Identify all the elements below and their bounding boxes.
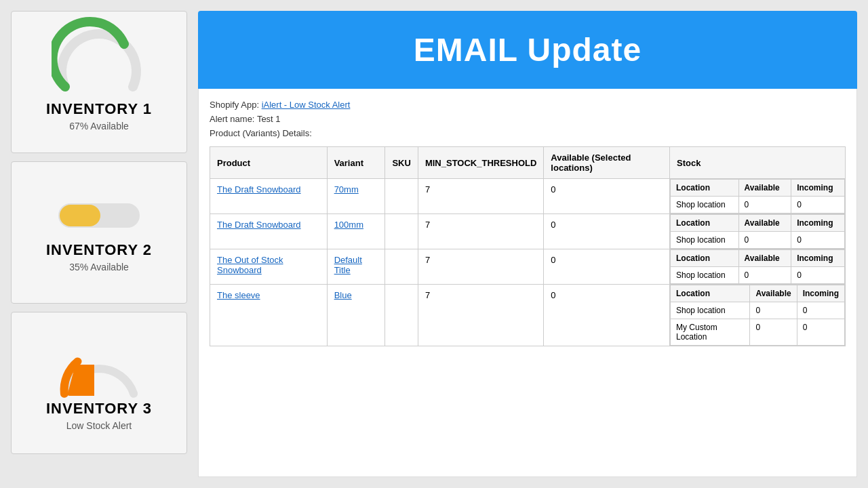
sku-cell xyxy=(385,285,418,346)
sub-col-location: Location xyxy=(670,180,738,197)
inventory-2-toggle[interactable] xyxy=(58,203,140,228)
stock-row: Shop location 0 0 xyxy=(670,232,844,249)
threshold-cell: 7 xyxy=(418,285,543,346)
alert-name-label: Alert name: xyxy=(210,114,254,124)
col-sku: SKU xyxy=(385,147,418,179)
sub-table: Location Available Incoming Shop locatio… xyxy=(670,179,845,214)
stock-incoming: 0 xyxy=(797,319,844,346)
sku-cell xyxy=(385,179,418,214)
table-row: The Draft Snowboard 70mm 7 0 Location Av… xyxy=(210,179,846,214)
shopify-app-label: Shopify App: xyxy=(210,100,259,110)
stock-location: Shop location xyxy=(670,232,738,249)
sku-cell xyxy=(385,249,418,285)
product-cell: The Draft Snowboard xyxy=(210,214,328,249)
stock-available: 0 xyxy=(750,302,797,319)
available-cell: 0 xyxy=(544,249,670,285)
sub-col-incoming: Incoming xyxy=(797,285,844,302)
sub-table: Location Available Incoming Shop locatio… xyxy=(670,214,845,249)
table-row: The Out of Stock Snowboard Default Title… xyxy=(210,249,846,285)
threshold-cell: 7 xyxy=(418,179,543,214)
inventory-2-card: INVENTORY 2 35% Available xyxy=(11,161,187,304)
col-stock: Stock xyxy=(669,147,845,179)
stock-location: Shop location xyxy=(670,267,738,284)
inventory-1-subtitle: 67% Available xyxy=(69,121,129,131)
products-table: Product Variant SKU MIN_STOCK_THRESHOLD … xyxy=(210,146,846,346)
product-cell: The sleeve xyxy=(210,285,328,346)
variant-link[interactable]: Blue xyxy=(334,290,352,300)
variant-cell: Blue xyxy=(327,285,385,346)
product-cell: The Out of Stock Snowboard xyxy=(210,249,328,285)
stock-available: 0 xyxy=(738,197,791,214)
stock-location: My Custom Location xyxy=(670,319,749,346)
stock-available: 0 xyxy=(738,232,791,249)
sku-cell xyxy=(385,214,418,249)
inventory-2-title: INVENTORY 2 xyxy=(46,241,152,259)
stock-location: Shop location xyxy=(670,197,738,214)
product-link[interactable]: The Out of Stock Snowboard xyxy=(217,255,283,275)
toggle-knob xyxy=(60,205,100,226)
stock-available: 0 xyxy=(738,267,791,284)
col-product: Product xyxy=(210,147,328,179)
email-header: EMAIL Update xyxy=(198,11,857,89)
table-row: The sleeve Blue 7 0 Location Available I… xyxy=(210,285,846,346)
sub-col-location: Location xyxy=(670,215,738,232)
sub-col-incoming: Incoming xyxy=(791,250,845,267)
available-cell: 0 xyxy=(544,214,670,249)
inventory-1-gauge xyxy=(52,33,146,87)
stock-available: 0 xyxy=(750,319,797,346)
product-link[interactable]: The Draft Snowboard xyxy=(217,220,301,230)
variant-cell: Default Title xyxy=(327,249,385,285)
sub-col-location: Location xyxy=(670,250,738,267)
stock-row: Shop location 0 0 xyxy=(670,267,844,284)
stock-incoming: 0 xyxy=(791,197,845,214)
stock-row: My Custom Location 0 0 xyxy=(670,319,844,346)
variant-cell: 70mm xyxy=(327,179,385,214)
threshold-cell: 7 xyxy=(418,249,543,285)
sub-col-available: Available xyxy=(738,250,791,267)
product-details-label: Product (Variants) Details: xyxy=(210,128,846,138)
inventory-3-subtitle: Low Stock Alert xyxy=(66,420,132,431)
available-cell: 0 xyxy=(544,285,670,346)
inventory-1-card: INVENTORY 1 67% Available xyxy=(11,11,187,153)
sub-col-incoming: Incoming xyxy=(791,215,845,232)
shopify-app-link[interactable]: iAlert - Low Stock Alert xyxy=(262,100,351,110)
sub-col-available: Available xyxy=(738,215,791,232)
inventory-3-card: INVENTORY 3 Low Stock Alert xyxy=(11,312,187,454)
stock-cell: Location Available Incoming Shop locatio… xyxy=(669,249,845,285)
alert-name-line: Alert name: Test 1 xyxy=(210,114,846,124)
product-cell: The Draft Snowboard xyxy=(210,179,328,214)
sub-col-available: Available xyxy=(738,180,791,197)
col-variant: Variant xyxy=(327,147,385,179)
table-row: The Draft Snowboard 100mm 7 0 Location A… xyxy=(210,214,846,249)
stock-cell: Location Available Incoming Shop locatio… xyxy=(669,179,845,214)
left-panel: INVENTORY 1 67% Available INVENTORY 2 35… xyxy=(11,11,187,477)
sub-table: Location Available Incoming Shop locatio… xyxy=(670,249,845,284)
col-threshold: MIN_STOCK_THRESHOLD xyxy=(418,147,543,179)
stock-incoming: 0 xyxy=(791,267,845,284)
stock-cell: Location Available Incoming Shop locatio… xyxy=(669,214,845,249)
product-link[interactable]: The sleeve xyxy=(217,290,260,300)
email-body: Shopify App: iAlert - Low Stock Alert Al… xyxy=(198,89,857,477)
stock-row: Shop location 0 0 xyxy=(670,302,844,319)
stock-incoming: 0 xyxy=(791,232,845,249)
stock-row: Shop location 0 0 xyxy=(670,197,844,214)
right-panel: EMAIL Update Shopify App: iAlert - Low S… xyxy=(198,11,857,477)
variant-link[interactable]: 100mm xyxy=(334,220,363,230)
sub-col-incoming: Incoming xyxy=(791,180,845,197)
sub-col-available: Available xyxy=(750,285,797,302)
stock-cell: Location Available Incoming Shop locatio… xyxy=(669,285,845,346)
sub-table: Location Available Incoming Shop locatio… xyxy=(670,285,845,346)
product-link[interactable]: The Draft Snowboard xyxy=(217,184,301,195)
stock-incoming: 0 xyxy=(797,302,844,319)
sub-col-location: Location xyxy=(670,285,749,302)
variant-link[interactable]: Default Title xyxy=(334,255,362,275)
variant-link[interactable]: 70mm xyxy=(334,184,359,195)
shopify-app-line: Shopify App: iAlert - Low Stock Alert xyxy=(210,100,846,110)
inventory-2-subtitle: 35% Available xyxy=(69,262,129,272)
inventory-3-gauge xyxy=(55,342,143,389)
alert-name-value: Test 1 xyxy=(257,114,281,124)
threshold-cell: 7 xyxy=(418,214,543,249)
col-available: Available (Selected locations) xyxy=(544,147,670,179)
variant-cell: 100mm xyxy=(327,214,385,249)
stock-location: Shop location xyxy=(670,302,749,319)
